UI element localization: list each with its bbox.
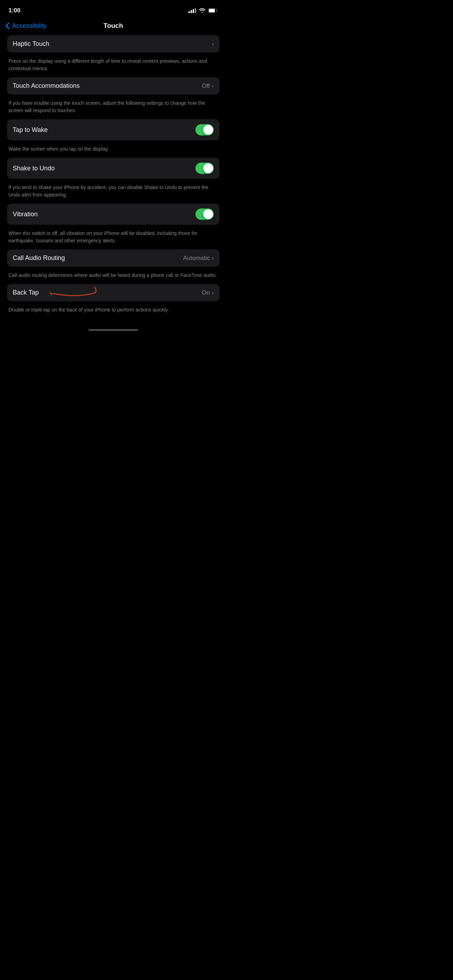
- haptic-touch-chevron-icon: ›: [212, 41, 214, 47]
- status-time: 1:00: [8, 7, 21, 14]
- haptic-touch-label: Haptic Touch: [13, 40, 49, 48]
- call-audio-routing-value: Automatic: [183, 255, 210, 262]
- vibration-description: When this switch is off, all vibration o…: [7, 228, 219, 250]
- touch-accommodations-description: If you have trouble using the touch scre…: [7, 97, 219, 119]
- vibration-toggle[interactable]: [196, 208, 214, 220]
- back-tap-description: Double or triple tap on the back of your…: [7, 304, 219, 318]
- call-audio-routing-chevron-icon: ›: [212, 255, 214, 261]
- home-indicator: [0, 322, 227, 334]
- vibration-toggle-knob: [203, 209, 213, 219]
- touch-accommodations-row[interactable]: Touch Accommodations Off ›: [7, 77, 219, 95]
- shake-to-undo-description: If you tend to shake your iPhone by acci…: [7, 182, 219, 204]
- call-audio-routing-label: Call Audio Routing: [13, 255, 65, 262]
- home-bar: [89, 329, 138, 331]
- back-label: Accessibility: [12, 22, 46, 30]
- back-tap-right: On ›: [202, 289, 214, 296]
- shake-to-undo-row[interactable]: Shake to Undo: [7, 158, 219, 179]
- svg-rect-1: [209, 9, 215, 12]
- touch-accommodations-right: Off ›: [202, 83, 214, 90]
- back-tap-chevron-icon: ›: [212, 290, 214, 296]
- vibration-row[interactable]: Vibration: [7, 204, 219, 225]
- touch-accommodations-label: Touch Accommodations: [13, 82, 80, 90]
- call-audio-routing-right: Automatic ›: [183, 255, 214, 262]
- battery-icon: [208, 8, 218, 13]
- haptic-touch-card: Haptic Touch ›: [7, 35, 219, 52]
- back-tap-card: Back Tap On ›: [7, 284, 219, 301]
- tap-to-wake-toggle[interactable]: [196, 124, 214, 135]
- shake-to-undo-toggle[interactable]: [196, 162, 214, 174]
- call-audio-routing-description: Call audio routing determines where audi…: [7, 269, 219, 284]
- signal-bars-icon: [188, 8, 196, 13]
- status-bar: 1:00: [0, 0, 227, 19]
- call-audio-routing-card: Call Audio Routing Automatic ›: [7, 250, 219, 267]
- haptic-touch-right: ›: [212, 41, 214, 47]
- tap-to-wake-description: Wake the screen when you tap on the disp…: [7, 143, 219, 158]
- back-button[interactable]: Accessibility: [6, 22, 46, 30]
- shake-to-undo-label: Shake to Undo: [13, 165, 55, 172]
- tap-to-wake-label: Tap to Wake: [13, 126, 48, 134]
- tap-to-wake-row[interactable]: Tap to Wake: [7, 119, 219, 140]
- status-icons: [188, 8, 218, 13]
- wifi-icon: [199, 8, 205, 13]
- tap-to-wake-card: Tap to Wake: [7, 119, 219, 140]
- haptic-touch-row[interactable]: Haptic Touch ›: [7, 35, 219, 52]
- back-tap-value: On: [202, 289, 210, 296]
- touch-accommodations-card: Touch Accommodations Off ›: [7, 77, 219, 95]
- page-title: Touch: [103, 22, 123, 30]
- red-arrow-annotation: [42, 286, 99, 300]
- shake-to-undo-card: Shake to Undo: [7, 158, 219, 179]
- shake-to-undo-toggle-knob: [203, 163, 213, 173]
- call-audio-routing-row[interactable]: Call Audio Routing Automatic ›: [7, 250, 219, 267]
- back-tap-row[interactable]: Back Tap On ›: [7, 284, 219, 301]
- haptic-touch-description: Press on the display using a different l…: [7, 56, 219, 77]
- nav-bar: Accessibility Touch: [0, 19, 227, 35]
- touch-accommodations-chevron-icon: ›: [212, 83, 214, 89]
- settings-content: Haptic Touch › Press on the display usin…: [0, 35, 227, 318]
- touch-accommodations-value: Off: [202, 83, 210, 90]
- back-tap-label: Back Tap: [13, 289, 39, 296]
- back-chevron-icon: [6, 22, 9, 29]
- tap-to-wake-toggle-knob: [203, 125, 213, 135]
- vibration-card: Vibration: [7, 204, 219, 225]
- vibration-label: Vibration: [13, 211, 38, 218]
